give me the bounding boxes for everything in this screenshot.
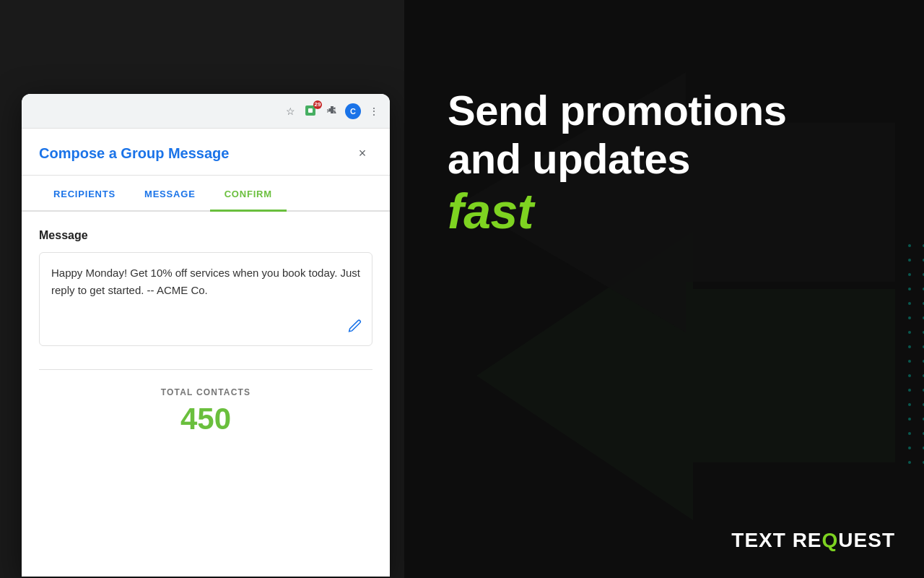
brand-accent-letter: Q bbox=[822, 529, 839, 551]
badge-number: 29 bbox=[313, 100, 322, 109]
tab-message[interactable]: MESSAGE bbox=[130, 178, 210, 212]
right-panel: dots bbox=[404, 0, 924, 578]
total-contacts-label: TOTAL CONTACTS bbox=[39, 387, 372, 397]
modal-header: Compose a Group Message × bbox=[22, 129, 390, 176]
more-menu-icon[interactable]: ⋮ bbox=[367, 104, 381, 118]
marketing-text-block: Send promotions and updates fast bbox=[448, 87, 786, 240]
svg-rect-1 bbox=[308, 108, 313, 113]
headline-line1: Send promotions bbox=[448, 87, 786, 134]
brand-logo: TEXT REQUEST bbox=[731, 529, 895, 552]
modal-body: Message Happy Monday! Get 10% off servic… bbox=[22, 212, 390, 454]
brand-name: TEXT REQUEST bbox=[731, 529, 895, 552]
close-button[interactable]: × bbox=[352, 143, 372, 163]
headline-line2: and updates bbox=[448, 135, 690, 182]
edit-icon[interactable] bbox=[347, 319, 362, 337]
tab-recipients[interactable]: RECIPIENTS bbox=[39, 178, 130, 212]
message-section-label: Message bbox=[39, 229, 372, 242]
left-panel: ☆ 29 C ⋮ Compose a Group Message × bbox=[0, 0, 404, 578]
user-avatar: C bbox=[345, 103, 361, 119]
total-contacts-count: 450 bbox=[39, 402, 372, 436]
message-body-text: Happy Monday! Get 10% off services when … bbox=[51, 264, 360, 299]
browser-toolbar: ☆ 29 C ⋮ bbox=[22, 94, 390, 129]
browser-window: ☆ 29 C ⋮ Compose a Group Message × bbox=[22, 94, 390, 577]
star-icon: ☆ bbox=[283, 104, 297, 118]
modal-tabs: RECIPIENTS MESSAGE CONFIRM bbox=[22, 178, 390, 212]
total-contacts-section: TOTAL CONTACTS 450 bbox=[39, 369, 372, 436]
svg-marker-2 bbox=[476, 231, 895, 520]
tab-confirm[interactable]: CONFIRM bbox=[210, 178, 287, 212]
dot-pattern-decoration: dots bbox=[476, 231, 924, 578]
extension-badge-icon: 29 bbox=[303, 103, 319, 119]
modal-title: Compose a Group Message bbox=[39, 145, 229, 162]
puzzle-icon bbox=[325, 104, 339, 118]
headline-text: Send promotions and updates fast bbox=[448, 87, 786, 240]
compose-modal: Compose a Group Message × RECIPIENTS MES… bbox=[22, 129, 390, 577]
headline-accent-word: fast bbox=[448, 183, 786, 239]
message-preview-box: Happy Monday! Get 10% off services when … bbox=[39, 252, 372, 346]
